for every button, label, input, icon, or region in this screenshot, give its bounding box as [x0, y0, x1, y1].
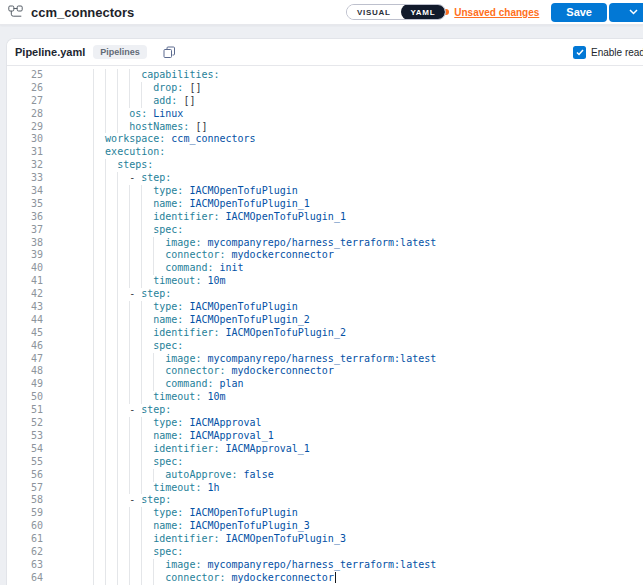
- indent-guide: [93, 507, 94, 520]
- editor-line[interactable]: 46 spec:: [7, 340, 643, 353]
- editor-line[interactable]: 50 timeout: 10m: [7, 391, 643, 404]
- editor-line[interactable]: 51 - step:: [7, 404, 643, 417]
- editor-line[interactable]: 55 spec:: [7, 456, 643, 469]
- code-text: workspace: ccm_connectors: [43, 133, 643, 146]
- pipelines-badge[interactable]: Pipelines: [93, 45, 147, 59]
- editor-line[interactable]: 28 os: Linux: [7, 108, 643, 121]
- indent-guide: [129, 507, 130, 520]
- unsaved-changes-label: Unsaved changes: [454, 7, 539, 18]
- editor-line[interactable]: 60 name: IACMOpenTofuPlugin_3: [7, 520, 643, 533]
- editor-line[interactable]: 62 spec:: [7, 546, 643, 559]
- indent-guide: [93, 469, 94, 482]
- editor-line[interactable]: 64 connector: mydockerconnector: [7, 572, 643, 585]
- indent-guide: [93, 327, 94, 340]
- indent-guide: [117, 365, 118, 378]
- code-text: type: IACMApproval: [43, 417, 643, 430]
- indent-guide: [117, 172, 118, 185]
- editor-line[interactable]: 27 add: []: [7, 95, 643, 108]
- indent-guide: [105, 482, 106, 495]
- indent-guide: [129, 482, 130, 495]
- editor-line[interactable]: 40 command: init: [7, 262, 643, 275]
- editor-line[interactable]: 42 - step:: [7, 288, 643, 301]
- yaml-value: mycompanyrepo/harness_terraform:latest: [207, 237, 436, 248]
- editor-line[interactable]: 58 - step:: [7, 494, 643, 507]
- editor-line[interactable]: 32 steps:: [7, 159, 643, 172]
- editor-line[interactable]: 45 identifier: IACMOpenTofuPlugin_2: [7, 327, 643, 340]
- indent-guide: [129, 520, 130, 533]
- editor-line[interactable]: 63 image: mycompanyrepo/harness_terrafor…: [7, 559, 643, 572]
- editor-line[interactable]: 37 spec:: [7, 224, 643, 237]
- indent-guide: [129, 391, 130, 404]
- editor-line[interactable]: 39 connector: mydockerconnector: [7, 249, 643, 262]
- copy-button[interactable]: [163, 46, 176, 59]
- app-header: ccm_connectors VISUAL YAML Unsaved chang…: [0, 0, 643, 25]
- editor-line[interactable]: 53 name: IACMApproval_1: [7, 430, 643, 443]
- yaml-key: name:: [153, 314, 183, 325]
- editor-line[interactable]: 26 drop: []: [7, 82, 643, 95]
- indent-guide: [117, 327, 118, 340]
- yaml-value: IACMApproval: [189, 417, 261, 428]
- indent-guide: [129, 224, 130, 237]
- editor-line[interactable]: 48 connector: mydockerconnector: [7, 365, 643, 378]
- indent-guide: [105, 456, 106, 469]
- editor-line[interactable]: 25 capabilities:: [7, 69, 643, 82]
- indent-guide: [93, 133, 94, 146]
- indent-guide: [153, 378, 154, 391]
- indent-guide: [93, 275, 94, 288]
- indent-guide: [105, 430, 106, 443]
- line-number: 62: [7, 546, 43, 559]
- editor-line[interactable]: 31 execution:: [7, 146, 643, 159]
- indent-guide: [141, 211, 142, 224]
- editor-line[interactable]: 57 timeout: 1h: [7, 482, 643, 495]
- indent-guide: [93, 108, 94, 121]
- editor-line[interactable]: 49 command: plan: [7, 378, 643, 391]
- indent-guide: [105, 546, 106, 559]
- enable-read-group: Enable read/: [573, 39, 643, 65]
- indent-guide: [117, 275, 118, 288]
- editor-line[interactable]: 56 autoApprove: false: [7, 469, 643, 482]
- save-button[interactable]: Save: [551, 3, 607, 22]
- save-options-button[interactable]: [609, 3, 643, 22]
- editor-line[interactable]: 30 workspace: ccm_connectors: [7, 133, 643, 146]
- indent-guide: [93, 391, 94, 404]
- indent-guide: [105, 353, 106, 366]
- yaml-editor[interactable]: 25 capabilities:26 drop: []27 add: []28 …: [7, 66, 643, 585]
- yaml-value: mydockerconnector: [232, 572, 334, 583]
- yaml-key: timeout:: [153, 275, 201, 286]
- code-text: name: IACMOpenTofuPlugin_2: [43, 314, 643, 327]
- editor-line[interactable]: 34 type: IACMOpenTofuPlugin: [7, 185, 643, 198]
- editor-line[interactable]: 38 image: mycompanyrepo/harness_terrafor…: [7, 237, 643, 250]
- editor-line[interactable]: 52 type: IACMApproval: [7, 417, 643, 430]
- code-text: type: IACMOpenTofuPlugin: [43, 185, 643, 198]
- line-number: 48: [7, 365, 43, 378]
- editor-line[interactable]: 41 timeout: 10m: [7, 275, 643, 288]
- editor-line[interactable]: 43 type: IACMOpenTofuPlugin: [7, 301, 643, 314]
- editor-line[interactable]: 59 type: IACMOpenTofuPlugin: [7, 507, 643, 520]
- indent-guide: [141, 365, 142, 378]
- editor-line[interactable]: 33 - step:: [7, 172, 643, 185]
- toggle-visual[interactable]: VISUAL: [347, 4, 401, 20]
- editor-line[interactable]: 54 identifier: IACMApproval_1: [7, 443, 643, 456]
- yaml-key: timeout:: [153, 482, 201, 493]
- code-text: spec:: [43, 456, 643, 469]
- editor-line[interactable]: 29 hostNames: []: [7, 121, 643, 134]
- enable-read-checkbox[interactable]: [573, 46, 586, 59]
- editor-line[interactable]: 47 image: mycompanyrepo/harness_terrafor…: [7, 353, 643, 366]
- line-number: 49: [7, 378, 43, 391]
- yaml-key: connector:: [165, 365, 225, 376]
- yaml-value: false: [244, 469, 274, 480]
- indent-guide: [153, 249, 154, 262]
- editor-line[interactable]: 36 identifier: IACMOpenTofuPlugin_1: [7, 211, 643, 224]
- editor-line[interactable]: 44 name: IACMOpenTofuPlugin_2: [7, 314, 643, 327]
- indent-guide: [93, 211, 94, 224]
- indent-guide: [105, 314, 106, 327]
- indent-guide: [93, 121, 94, 134]
- editor-line[interactable]: 35 name: IACMOpenTofuPlugin_1: [7, 198, 643, 211]
- yaml-list-dash: -: [129, 494, 141, 505]
- yaml-key: spec:: [153, 456, 183, 467]
- editor-line[interactable]: 61 identifier: IACMOpenTofuPlugin_3: [7, 533, 643, 546]
- yaml-card: Pipeline.yaml Pipelines Enable read/ 25 …: [6, 38, 643, 585]
- toggle-yaml[interactable]: YAML: [401, 4, 446, 20]
- line-number: 46: [7, 340, 43, 353]
- line-number: 45: [7, 327, 43, 340]
